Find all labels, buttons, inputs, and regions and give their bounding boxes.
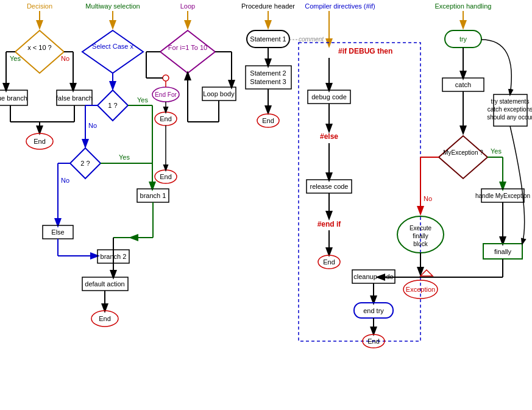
svg-text:try: try [459, 35, 467, 43]
svg-text:Compiler directives (#if): Compiler directives (#if) [305, 2, 375, 10]
svg-text:false branch: false branch [56, 94, 93, 102]
svg-text:Exception: Exception [406, 286, 435, 293]
svg-text:End: End [262, 117, 274, 124]
svg-marker-139 [420, 270, 433, 276]
svg-marker-126 [439, 136, 488, 178]
svg-text:#end if: #end if [317, 220, 342, 228]
svg-text:No: No [88, 122, 97, 129]
svg-text:Yes: Yes [491, 147, 502, 155]
svg-text:branch 1: branch 1 [140, 192, 166, 199]
svg-text:No: No [61, 55, 69, 62]
svg-text:End: End [160, 173, 172, 180]
svg-text:2 ?: 2 ? [80, 160, 90, 167]
svg-text:catch exceptions: catch exceptions [488, 106, 532, 113]
svg-text:Yes: Yes [119, 154, 130, 161]
svg-text:end try: end try [363, 307, 384, 314]
svg-text:Procedure header: Procedure header [241, 2, 295, 10]
svg-text:Loop body: Loop body [203, 90, 235, 97]
svg-text:MyException ?: MyException ? [443, 149, 483, 156]
svg-text:handle MyException: handle MyException [475, 193, 530, 199]
svg-text:catch: catch [455, 81, 471, 88]
svg-text:End For: End For [155, 91, 177, 98]
svg-text:#else: #else [320, 132, 338, 141]
svg-text:debug code: debug code [311, 93, 347, 101]
svg-text:finally: finally [494, 248, 512, 255]
svg-text:x < 10 ?: x < 10 ? [27, 44, 51, 51]
svg-text:Decision: Decision [27, 2, 52, 10]
svg-text:default action: default action [85, 280, 124, 288]
svg-text:Statement 2: Statement 2 [250, 69, 286, 77]
svg-text:End: End [34, 138, 46, 145]
svg-text:Loop: Loop [180, 2, 195, 10]
svg-text:comment: comment [299, 36, 324, 43]
svg-text:release code: release code [310, 183, 349, 190]
svg-text:No: No [61, 177, 69, 184]
svg-marker-2 [15, 30, 64, 73]
svg-text:finally: finally [413, 233, 428, 239]
svg-text:Select Case x: Select Case x [92, 43, 133, 50]
svg-text:1 ?: 1 ? [108, 102, 117, 109]
svg-text:Yes: Yes [137, 96, 148, 104]
svg-text:block: block [413, 241, 428, 247]
svg-text:Yes: Yes [10, 55, 21, 62]
svg-text:true branch: true branch [0, 94, 27, 102]
svg-text:End: End [323, 258, 335, 266]
flowchart-diagram: Decision x < 10 ? Yes No true branch fal… [0, 0, 532, 410]
svg-point-66 [163, 75, 169, 81]
svg-text:Multiway selection: Multiway selection [85, 2, 140, 10]
svg-text:No: No [424, 195, 432, 202]
svg-marker-62 [160, 30, 215, 73]
svg-text:For i=1 To 10: For i=1 To 10 [168, 44, 207, 51]
svg-text:Execute: Execute [410, 225, 432, 232]
svg-text:try statements: try statements [491, 98, 530, 105]
svg-marker-23 [82, 30, 143, 73]
svg-text:Statement 1: Statement 1 [250, 35, 286, 43]
svg-rect-100 [299, 43, 420, 341]
svg-text:Statement 3: Statement 3 [250, 78, 286, 85]
svg-text:End: End [367, 338, 380, 345]
svg-text:Else: Else [51, 228, 64, 236]
svg-text:Exception handling: Exception handling [435, 2, 492, 10]
svg-text:End: End [99, 315, 111, 322]
svg-text:End: End [160, 115, 172, 122]
svg-text:#if DEBUG then: #if DEBUG then [338, 47, 392, 55]
svg-text:should any occur: should any occur [487, 114, 532, 121]
svg-text:cleanup code: cleanup code [353, 273, 393, 280]
